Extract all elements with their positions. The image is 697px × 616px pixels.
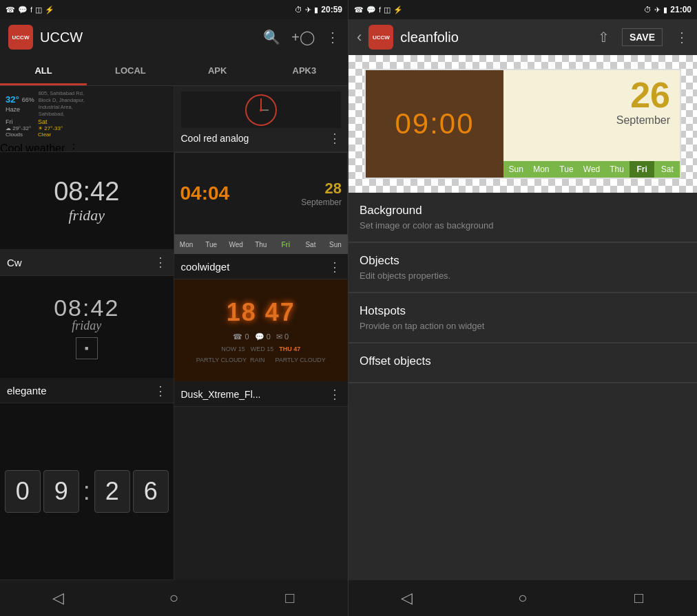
week-sun: Sun xyxy=(503,161,529,178)
widget-flip-clock[interactable]: 0 9 : 2 6 xyxy=(0,403,174,580)
widget-day-num: 26 xyxy=(630,77,670,113)
cool-weather-more-icon[interactable]: ⋮ xyxy=(68,142,79,152)
back-button-left[interactable]: ◁ xyxy=(37,580,79,616)
flip-hour2: 9 xyxy=(43,470,79,513)
system-icons-right: ⏱ ✈ ▮ 21:00 xyxy=(644,5,691,14)
status-bar-right: ☎ 💬 f ◫ ⚡ ⏱ ✈ ▮ 21:00 xyxy=(348,0,697,19)
objects-subtitle: Edit objects properties. xyxy=(360,270,686,281)
whatsapp-icon-r: ☎ xyxy=(354,6,364,14)
widget-time: 09:00 xyxy=(395,107,474,140)
status-icons-right: ☎ 💬 f ◫ ⚡ xyxy=(354,6,403,14)
background-title: Background xyxy=(360,204,686,217)
elegante-time: 08:42 xyxy=(54,295,119,321)
widget-time-block: 09:00 xyxy=(366,70,503,178)
chat-icon: 💬 xyxy=(18,6,28,14)
right-panel: ☎ 💬 f ◫ ⚡ ⏱ ✈ ▮ 21:00 ‹ UCCW cleanfolio … xyxy=(348,0,697,616)
app-icon-left: UCCW xyxy=(8,25,33,50)
widget-col-left: 32° 66% Haze 805, Sahibabad Rd, Block D,… xyxy=(0,86,174,580)
tab-local[interactable]: LOCAL xyxy=(87,55,174,85)
settings-offset-objects[interactable]: Offset objects xyxy=(348,343,697,383)
coolwidget-month: September xyxy=(301,198,342,207)
dusk-label-row: Dusk_Xtreme_Fl... ⋮ xyxy=(174,381,348,407)
widget-week-row: Sun Mon Tue Wed Thu Fri Sat xyxy=(503,161,680,178)
back-button-right[interactable]: ◁ xyxy=(386,580,427,616)
flip-colon: : xyxy=(83,477,90,506)
flip-min2: 6 xyxy=(133,470,169,513)
home-button-left[interactable]: ○ xyxy=(153,580,194,616)
save-button[interactable]: SAVE xyxy=(622,28,663,46)
cool-red-more-icon[interactable]: ⋮ xyxy=(329,131,341,146)
widget-cw[interactable]: 08:42 friday Cw ⋮ xyxy=(0,152,174,276)
widget-preview-area: 09:00 26 September Sun Mon Tue Wed Thu F… xyxy=(348,55,697,193)
svg-point-3 xyxy=(260,109,262,111)
cw-time: 08:42 xyxy=(54,177,119,206)
elegante-more-icon[interactable]: ⋮ xyxy=(154,383,167,399)
alarm-icon: ⏱ xyxy=(295,6,302,14)
more-icon[interactable]: ⋮ xyxy=(326,29,340,45)
widget-elegante[interactable]: 08:42 friday ■ elegante ⋮ xyxy=(0,276,174,403)
tab-apk3[interactable]: APK3 xyxy=(261,55,348,85)
week-thu: Thu xyxy=(604,161,630,178)
widget-date-block: 26 September Sun Mon Tue Wed Thu Fri Sat xyxy=(503,70,680,178)
cw-day: friday xyxy=(68,206,105,224)
bolt-icon: ⚡ xyxy=(45,6,54,14)
bookmark-icon: ◫ xyxy=(35,6,42,14)
tab-apk[interactable]: APK xyxy=(174,55,261,85)
elegante-day: friday xyxy=(72,319,101,333)
dusk-more-icon[interactable]: ⋮ xyxy=(329,387,341,402)
week-sat: Sat xyxy=(654,161,680,178)
coolwidget-thumb: 04:04 28 September Mon Tue Wed Thu xyxy=(174,152,348,254)
tab-all[interactable]: ALL xyxy=(0,55,87,85)
cw-more-icon[interactable]: ⋮ xyxy=(154,255,167,270)
coolwidget-label: coolwidget xyxy=(181,261,230,273)
objects-title: Objects xyxy=(360,254,686,268)
add-icon[interactable]: +◯ xyxy=(291,29,315,45)
recent-button-left[interactable]: □ xyxy=(269,580,311,616)
background-subtitle: Set image or color as background xyxy=(360,220,686,231)
coolwidget-date: 28 xyxy=(301,180,342,198)
bottom-nav-right: ◁ ○ □ xyxy=(348,580,697,616)
facebook-icon-r: f xyxy=(379,6,381,14)
coolwidget-calendar: Mon Tue Wed Thu Fri Sat Sun xyxy=(174,235,348,254)
flip-clock-display: 0 9 : 2 6 xyxy=(3,403,170,580)
dusk-label: Dusk_Xtreme_Fl... xyxy=(181,389,261,400)
widget-grid: 32° 66% Haze 805, Sahibabad Rd, Block D,… xyxy=(0,86,348,580)
airplane-icon-r: ✈ xyxy=(654,6,660,14)
app-icon-text: UCCW xyxy=(12,34,30,41)
search-icon[interactable]: 🔍 xyxy=(263,29,280,45)
battery-icon-r: ▮ xyxy=(663,6,667,14)
widget-cool-weather[interactable]: 32° 66% Haze 805, Sahibabad Rd, Block D,… xyxy=(0,86,174,152)
week-fri: Fri xyxy=(630,161,655,178)
cw-label-row: Cw ⋮ xyxy=(0,249,174,275)
widget-dusk[interactable]: 18 47 ☎ 0 💬 0 ✉ 0 NOW 15 WED 15 THU 47 P… xyxy=(174,279,348,407)
bookmark-icon-r: ◫ xyxy=(384,6,391,14)
toolbar-left: UCCW UCCW 🔍 +◯ ⋮ xyxy=(0,19,348,55)
status-bar-left: ☎ 💬 f ◫ ⚡ ⏱ ✈ ▮ 20:59 xyxy=(0,0,348,19)
share-icon[interactable]: ⇧ xyxy=(598,29,610,45)
elegante-badge: ■ xyxy=(76,337,98,359)
whatsapp-icon: ☎ xyxy=(6,6,15,14)
settings-hotspots[interactable]: Hotspots Provide on tap action on widget xyxy=(348,293,697,343)
flip-hour1: 0 xyxy=(5,470,41,513)
coolwidget-more-icon[interactable]: ⋮ xyxy=(329,259,341,275)
settings-objects[interactable]: Objects Edit objects properties. xyxy=(348,243,697,293)
coolwidget-label-row: coolwidget ⋮ xyxy=(174,254,348,279)
back-icon-right[interactable]: ‹ xyxy=(357,28,362,46)
dusk-time-display: 18 47 xyxy=(227,298,295,327)
recent-button-right[interactable]: □ xyxy=(618,580,660,616)
system-icons-left: ⏱ ✈ ▮ 20:59 xyxy=(295,5,342,14)
cool-weather-label: Cool weather xyxy=(0,142,65,152)
widget-coolwidget[interactable]: 04:04 28 September Mon Tue Wed Thu xyxy=(174,152,348,279)
app-title-left: UCCW xyxy=(40,30,256,45)
widget-date-number: 26 September xyxy=(503,70,680,156)
settings-background[interactable]: Background Set image or color as backgro… xyxy=(348,193,697,242)
widget-cool-red[interactable]: Cool red analog ⋮ xyxy=(174,86,348,152)
more-icon-right[interactable]: ⋮ xyxy=(675,29,689,45)
battery-icon: ▮ xyxy=(314,6,318,14)
cool-red-label: Cool red analog xyxy=(181,133,249,144)
week-tue: Tue xyxy=(554,161,579,178)
offset-objects-title: Offset objects xyxy=(360,354,686,368)
status-time-right: 21:00 xyxy=(670,5,691,14)
toolbar-actions-left: 🔍 +◯ ⋮ xyxy=(263,29,340,45)
home-button-right[interactable]: ○ xyxy=(502,580,543,616)
